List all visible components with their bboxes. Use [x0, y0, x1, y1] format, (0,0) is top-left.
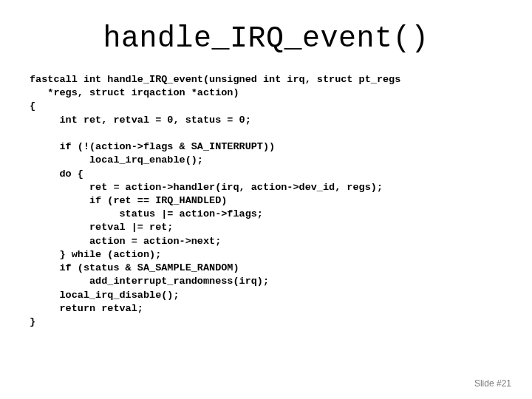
slide-number: Slide #21 — [474, 378, 511, 389]
slide: handle_IRQ_event() fastcall int handle_I… — [0, 0, 532, 399]
code-block: fastcall int handle_IRQ_event(unsigned i… — [30, 73, 502, 329]
slide-title: handle_IRQ_event() — [30, 22, 502, 55]
